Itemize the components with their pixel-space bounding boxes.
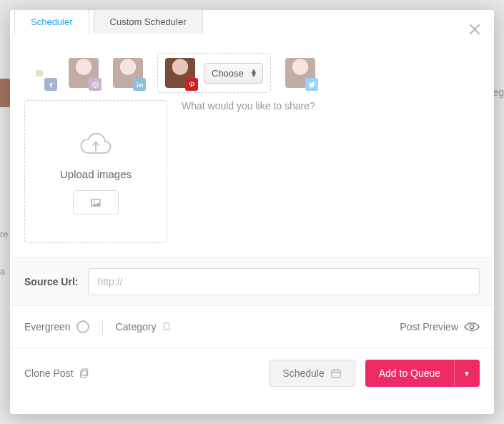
schedule-button[interactable]: Schedule (269, 360, 355, 387)
svg-point-1 (94, 83, 96, 85)
divider (102, 319, 103, 335)
close-icon[interactable] (468, 23, 481, 36)
post-preview-label: Post Preview (400, 321, 458, 332)
bookmark-icon (162, 320, 172, 333)
svg-rect-3 (137, 84, 137, 87)
background-text: eg (493, 87, 504, 98)
account-instagram[interactable] (69, 58, 99, 88)
source-url-label: Source Url: (24, 276, 78, 287)
category-label: Category (116, 321, 157, 332)
svg-point-6 (94, 201, 95, 202)
svg-point-2 (97, 82, 97, 83)
modal-footer: Clone Post Schedule Add to Queue ▼ (10, 348, 494, 398)
post-options-row: Evergreen Category Post Preview (10, 306, 494, 348)
tab-row: Scheduler Custom Scheduler (14, 9, 203, 34)
account-facebook[interactable]: ››››› (24, 58, 54, 88)
compose-area: Upload images (10, 100, 494, 257)
clone-post-button[interactable]: Clone Post (24, 367, 90, 380)
svg-point-4 (137, 82, 138, 83)
post-textarea[interactable] (182, 100, 480, 229)
pinterest-board-select[interactable]: Choose (204, 63, 263, 84)
clone-post-label: Clone Post (24, 368, 73, 379)
image-library-button[interactable] (73, 190, 119, 215)
upload-label: Upload images (60, 168, 132, 180)
svg-rect-9 (81, 371, 87, 378)
account-twitter[interactable] (285, 58, 315, 88)
evergreen-toggle[interactable]: Evergreen (24, 320, 89, 333)
source-url-input[interactable] (88, 268, 480, 295)
category-selector[interactable]: Category (116, 320, 172, 333)
svg-rect-8 (82, 369, 88, 375)
background-avatar (0, 79, 11, 107)
background-text: re (0, 229, 9, 240)
eye-icon (464, 321, 480, 332)
source-url-row: Source Url: (10, 257, 494, 306)
calendar-icon (330, 368, 342, 379)
background-text: a (0, 266, 5, 277)
facebook-icon (44, 78, 57, 91)
account-linkedin[interactable] (113, 58, 143, 88)
schedule-label: Schedule (282, 368, 324, 379)
cloud-upload-icon (77, 129, 114, 158)
post-preview-toggle[interactable]: Post Preview (400, 321, 480, 332)
circle-toggle-icon (76, 320, 89, 333)
svg-rect-10 (332, 370, 340, 378)
account-pinterest[interactable] (165, 58, 195, 88)
tab-scheduler[interactable]: Scheduler (14, 9, 89, 34)
add-to-queue-dropdown[interactable]: ▼ (454, 360, 480, 387)
instagram-icon (89, 78, 102, 91)
upload-dropzone[interactable]: Upload images (24, 100, 167, 243)
chevron-down-icon: ▼ (463, 370, 470, 378)
pinterest-board-selector: Choose ▲▼ (157, 53, 271, 93)
add-to-queue-button[interactable]: Add to Queue (365, 360, 454, 387)
scheduler-modal: Scheduler Custom Scheduler ››››› (10, 10, 494, 414)
svg-point-7 (470, 325, 474, 329)
copy-icon (79, 367, 90, 380)
twitter-icon (305, 78, 318, 91)
linkedin-icon (133, 78, 146, 91)
tab-custom-scheduler[interactable]: Custom Scheduler (94, 9, 203, 34)
pinterest-icon (185, 78, 198, 91)
evergreen-label: Evergreen (24, 321, 71, 332)
